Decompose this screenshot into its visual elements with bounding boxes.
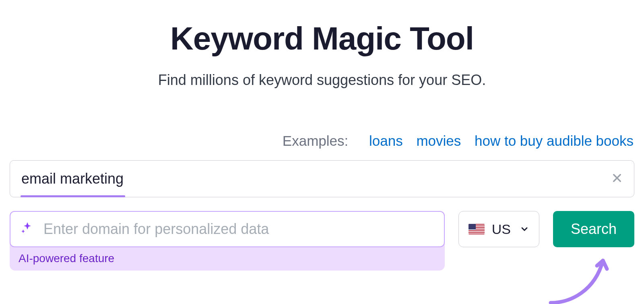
example-link-audible[interactable]: how to buy audible books (475, 133, 634, 149)
search-button[interactable]: Search (553, 211, 634, 247)
example-link-loans[interactable]: loans (369, 133, 403, 149)
clear-icon[interactable] (611, 172, 623, 185)
examples-label: Examples: (283, 133, 348, 149)
chevron-down-icon (520, 221, 529, 237)
examples-row: Examples: loans movies how to buy audibl… (10, 133, 634, 149)
keyword-search-box (10, 160, 634, 197)
page-subtitle: Find millions of keyword suggestions for… (10, 72, 634, 89)
keyword-input[interactable] (21, 170, 611, 187)
domain-field (10, 211, 445, 247)
annotation-arrow-icon (543, 246, 615, 304)
keyword-highlight-underline (21, 195, 125, 197)
ai-feature-label: AI-powered feature (10, 247, 445, 265)
country-code-label: US (492, 221, 511, 237)
example-link-movies[interactable]: movies (416, 133, 461, 149)
domain-input[interactable] (43, 221, 434, 238)
domain-ai-panel: AI-powered feature (10, 211, 445, 271)
us-flag-icon (469, 224, 485, 234)
sparkle-icon (20, 221, 35, 237)
country-select[interactable]: US (458, 211, 539, 247)
page-title: Keyword Magic Tool (10, 20, 634, 57)
